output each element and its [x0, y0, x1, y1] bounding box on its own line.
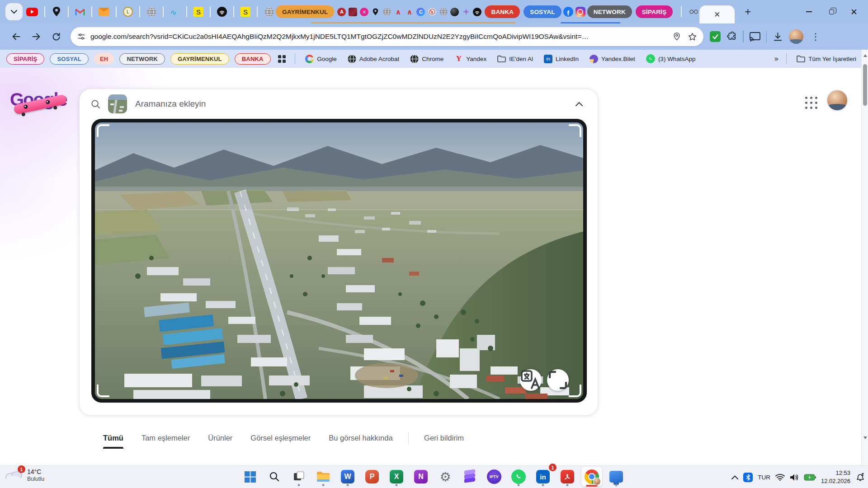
chip-siparis[interactable]: SİPARİŞ [6, 53, 44, 65]
powerpoint-button[interactable]: P [362, 467, 382, 487]
scroll-down-arrow[interactable] [863, 436, 867, 439]
globe-pinned-tab-2[interactable] [264, 7, 274, 17]
profile-avatar[interactable] [789, 29, 803, 44]
facebook-tab[interactable]: f [563, 7, 573, 17]
location-icon[interactable] [672, 32, 681, 41]
sahibinden-pinned-tab[interactable]: S [193, 7, 203, 17]
bookmark-ie-den-al[interactable]: IE'den Al [497, 55, 533, 63]
notes-app-button[interactable] [459, 467, 480, 487]
bluetooth-icon[interactable] [743, 473, 753, 482]
group-tab-a[interactable]: A [337, 8, 346, 16]
mail-pinned-tab[interactable] [99, 8, 109, 16]
word-button[interactable]: W [337, 467, 358, 487]
onenote-button[interactable]: N [410, 467, 431, 487]
adblock-extension-icon[interactable] [710, 31, 721, 42]
tab-group-siparis[interactable]: SİPARİŞ [636, 5, 673, 18]
group-tab-remax[interactable]: ∧ [394, 8, 402, 16]
translate-button[interactable] [520, 369, 542, 391]
task-view-button[interactable] [288, 467, 309, 487]
bookmark-chrome[interactable]: Chrome [410, 55, 443, 63]
bookmark-whatsapp[interactable]: (3) WhatsApp [646, 54, 696, 63]
settings-button[interactable]: ⚙ [435, 467, 456, 487]
tray-chevron-up-icon[interactable] [731, 475, 738, 479]
tab-group-gayrimenkul[interactable]: GAYRİMENKUL [276, 5, 334, 18]
chip-eh[interactable]: EH [94, 53, 114, 65]
bookmark-linkedin[interactable]: inLinkedIn [544, 55, 579, 63]
search-placeholder[interactable]: Aramanıza ekleyin [135, 99, 571, 109]
weather-widget[interactable]: 1 14°C Bulutlu [5, 467, 44, 483]
download-icon[interactable] [773, 32, 783, 42]
group-tab-image[interactable] [349, 8, 357, 16]
tab-group-sosyal[interactable]: SOSYAL [524, 5, 561, 18]
all-bookmarks-button[interactable]: Tüm Yer İşaretleri [797, 55, 856, 63]
account-avatar[interactable] [826, 89, 848, 111]
youtube-pinned-tab[interactable] [26, 8, 38, 16]
crop-handle-bottom-right[interactable] [569, 385, 581, 397]
tab-bu-gorsel-hakkinda[interactable]: Bu görsel hakkında [329, 434, 392, 449]
close-window-button[interactable]: ✕ [843, 3, 865, 20]
bookmark-yandex-bilet[interactable]: Yandex.Bilet [590, 55, 635, 63]
start-button[interactable] [240, 467, 260, 487]
bookmark-yandex[interactable]: YYandex [454, 55, 486, 63]
group-tab-podcast[interactable] [473, 8, 481, 16]
scroll-up-arrow[interactable] [863, 54, 867, 57]
active-tab[interactable]: ✕ [699, 5, 735, 23]
group-tab-remax-2[interactable]: ∧ [405, 8, 414, 16]
url-text[interactable]: google.com/search?vsrid=CKiCuc2a0sHI4AEQ… [90, 33, 668, 41]
close-tab-icon[interactable]: ✕ [714, 10, 720, 19]
globe-pinned-tab[interactable] [146, 7, 156, 17]
bookmark-star-icon[interactable] [688, 32, 697, 42]
clock[interactable]: 12:53 12.02.2026 [821, 469, 850, 485]
linkedin-button[interactable]: in1 [533, 467, 553, 487]
file-explorer-button[interactable] [313, 467, 334, 487]
minimize-button[interactable] [797, 3, 820, 20]
address-bar[interactable]: google.com/search?vsrid=CKiCuc2a0sHI4AEQ… [71, 27, 703, 46]
taskbar-search-button[interactable] [264, 467, 285, 487]
bookmark-adobe-acrobat[interactable]: Adobe Acrobat [348, 55, 400, 63]
crop-handle-top-left[interactable] [97, 124, 109, 137]
crop-handle-top-right[interactable] [569, 124, 581, 137]
chip-network[interactable]: NETWORK [119, 53, 165, 65]
group-tab-c[interactable]: C [416, 8, 425, 16]
lens-image[interactable] [95, 122, 583, 399]
wifi-icon[interactable] [775, 474, 785, 481]
podcast-pinned-tab[interactable] [217, 7, 227, 17]
forward-button[interactable] [28, 28, 44, 45]
tab-group-banka[interactable]: BANKA [485, 5, 520, 18]
group-tab-gemini[interactable] [462, 8, 470, 16]
instagram-tab[interactable] [576, 7, 585, 17]
tab-group-network[interactable]: NETWORK [587, 5, 632, 18]
chip-banka[interactable]: BANKA [235, 53, 271, 65]
group-tab-sphere[interactable] [450, 8, 459, 16]
extensions-puzzle-icon[interactable] [726, 32, 737, 42]
lions-club-pinned-tab[interactable]: L [123, 7, 133, 17]
cast-icon[interactable] [750, 32, 760, 42]
excel-button[interactable]: X [386, 467, 407, 487]
group-tab-globe-2[interactable] [439, 8, 448, 16]
acrobat-button[interactable] [557, 467, 578, 487]
maps-pinned-tab[interactable] [52, 7, 61, 17]
bookmarks-overflow-button[interactable]: » [774, 54, 778, 63]
bookmark-google[interactable]: Google [305, 55, 337, 63]
language-indicator[interactable]: TUR [758, 474, 770, 481]
battery-icon[interactable] [804, 474, 816, 481]
tab-urunler[interactable]: Ürünler [208, 434, 232, 449]
notification-bell-icon[interactable] [855, 473, 865, 482]
page-scrollbar[interactable] [861, 50, 868, 465]
group-tab-emlak[interactable]: ≡ [360, 8, 368, 16]
google-doodle-logo[interactable]: Google [10, 89, 78, 117]
pc-app-button[interactable] [606, 467, 627, 487]
chrome-button[interactable] [581, 467, 602, 487]
grid-bookmark-icon[interactable] [278, 55, 286, 63]
lens-search-bar[interactable]: Aramanıza ekleyin [80, 89, 598, 119]
chip-gayrimenkul[interactable]: GAYRİMENKUL [170, 53, 229, 65]
reload-button[interactable] [48, 28, 64, 45]
restore-button[interactable] [820, 3, 843, 20]
sahibinden-pinned-tab-2[interactable]: S [241, 7, 250, 17]
collapse-button[interactable] [571, 96, 587, 112]
iptv-button[interactable]: IPTV [484, 467, 505, 487]
crop-resize-button[interactable] [547, 369, 569, 391]
group-tab-spiral[interactable] [428, 8, 436, 16]
gmail-pinned-tab[interactable] [75, 7, 85, 17]
whatsapp-button[interactable] [508, 467, 529, 487]
